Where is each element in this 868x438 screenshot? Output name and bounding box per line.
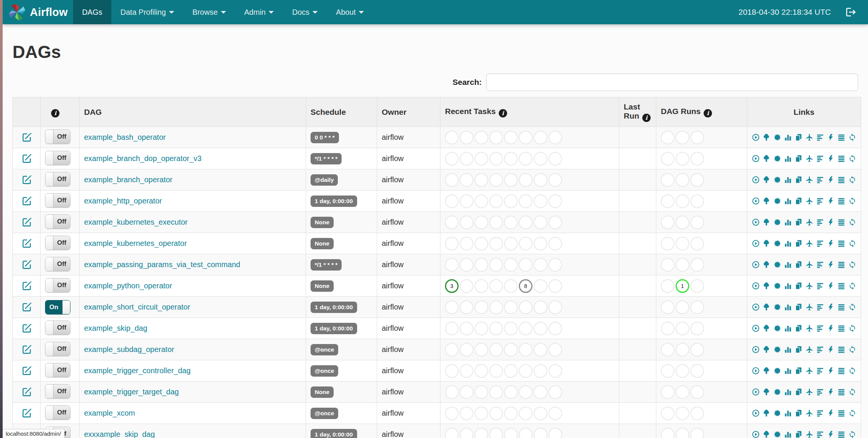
code-view-icon[interactable]: [827, 133, 835, 142]
edit-dag-icon[interactable]: [22, 281, 32, 291]
tree-view-icon[interactable]: [762, 239, 770, 248]
dag-run-state-circle[interactable]: [676, 237, 689, 250]
task-state-circle[interactable]: [475, 173, 488, 187]
trigger-dag-icon[interactable]: [752, 387, 760, 397]
landing-times-icon[interactable]: [806, 281, 813, 291]
task-state-circle[interactable]: [548, 131, 562, 144]
task-state-circle[interactable]: [460, 173, 473, 187]
task-state-circle[interactable]: [548, 279, 562, 293]
nav-item-about[interactable]: About: [327, 0, 373, 24]
tree-view-icon[interactable]: [762, 408, 770, 418]
tree-view-icon[interactable]: [762, 281, 770, 291]
nav-item-dags[interactable]: DAGs: [73, 0, 111, 24]
dag-link[interactable]: example_short_circuit_operator: [84, 303, 190, 311]
edit-dag-icon[interactable]: [22, 366, 32, 376]
task-state-circle[interactable]: [534, 279, 547, 293]
task-state-circle[interactable]: [548, 300, 562, 314]
code-view-icon[interactable]: [827, 302, 835, 312]
dag-run-state-circle[interactable]: [690, 173, 704, 187]
dag-run-state-circle[interactable]: [676, 258, 689, 272]
dag-run-state-circle[interactable]: [690, 385, 704, 399]
task-state-circle[interactable]: [534, 173, 547, 187]
dag-link[interactable]: example_kubernetes_executor: [84, 218, 188, 226]
nav-item-data-profiling[interactable]: Data Profiling: [111, 0, 183, 24]
dag-run-state-circle[interactable]: [676, 407, 689, 420]
task-tries-icon[interactable]: [795, 408, 802, 418]
landing-times-icon[interactable]: [806, 408, 813, 418]
code-view-icon[interactable]: [827, 387, 835, 397]
dag-run-state-circle[interactable]: [661, 237, 674, 250]
task-state-circle[interactable]: [489, 237, 503, 250]
dag-run-state-circle[interactable]: [676, 216, 689, 229]
task-state-circle[interactable]: [519, 300, 532, 314]
task-state-circle[interactable]: [475, 322, 488, 335]
task-state-circle[interactable]: [534, 152, 547, 166]
dag-run-state-circle[interactable]: [661, 343, 674, 357]
task-state-circle[interactable]: [534, 237, 547, 250]
edit-dag-icon[interactable]: [22, 387, 32, 397]
gantt-icon[interactable]: [816, 302, 824, 312]
task-tries-icon[interactable]: [795, 324, 802, 333]
landing-times-icon[interactable]: [806, 217, 813, 227]
task-state-circle[interactable]: [475, 343, 488, 357]
task-state-circle[interactable]: [445, 407, 459, 420]
gantt-icon[interactable]: [816, 154, 824, 163]
gantt-icon[interactable]: [816, 196, 824, 206]
task-state-circle[interactable]: [548, 364, 562, 378]
graph-view-icon[interactable]: [773, 260, 781, 269]
dag-run-state-circle[interactable]: [690, 343, 704, 357]
nav-item-browse[interactable]: Browse: [183, 0, 235, 24]
dag-link[interactable]: example_skip_dag: [84, 324, 147, 332]
code-view-icon[interactable]: [827, 345, 835, 354]
task-duration-icon[interactable]: [784, 196, 792, 206]
tree-view-icon[interactable]: [762, 387, 770, 397]
task-state-circle[interactable]: [445, 300, 459, 314]
dag-pause-toggle[interactable]: Off: [45, 214, 70, 229]
task-state-circle[interactable]: [475, 216, 488, 229]
graph-view-icon[interactable]: [773, 239, 781, 248]
dag-run-state-circle[interactable]: [661, 131, 674, 144]
tree-view-icon[interactable]: [762, 196, 770, 206]
task-state-circle[interactable]: [475, 385, 488, 399]
trigger-dag-icon[interactable]: [752, 217, 760, 227]
edit-dag-icon[interactable]: [22, 260, 32, 270]
dag-run-state-circle[interactable]: [661, 322, 674, 335]
dag-run-state-circle[interactable]: [661, 428, 674, 438]
task-state-circle[interactable]: [460, 279, 473, 293]
gantt-icon[interactable]: [816, 366, 824, 375]
task-state-circle[interactable]: [445, 173, 459, 187]
tree-view-icon[interactable]: [762, 345, 770, 354]
task-state-circle[interactable]: [445, 343, 459, 357]
refresh-icon[interactable]: [848, 154, 856, 163]
dag-run-state-circle[interactable]: [676, 131, 689, 144]
graph-view-icon[interactable]: [773, 154, 781, 163]
task-duration-icon[interactable]: [784, 133, 792, 142]
refresh-icon[interactable]: [848, 345, 856, 354]
dag-run-state-circle[interactable]: [690, 194, 704, 208]
trigger-dag-icon[interactable]: [752, 133, 760, 142]
gantt-icon[interactable]: [816, 217, 824, 227]
refresh-icon[interactable]: [848, 281, 856, 291]
task-tries-icon[interactable]: [795, 133, 802, 142]
gantt-icon[interactable]: [816, 260, 824, 269]
tree-view-icon[interactable]: [762, 175, 770, 185]
brand-link[interactable]: Airflow: [3, 0, 73, 24]
code-view-icon[interactable]: [827, 281, 835, 291]
dag-pause-toggle[interactable]: Off: [45, 405, 70, 420]
edit-dag-icon[interactable]: [22, 217, 32, 227]
dag-details-icon[interactable]: [837, 387, 845, 397]
task-state-circle[interactable]: [489, 385, 503, 399]
dag-pause-toggle[interactable]: Off: [45, 151, 70, 165]
dag-details-icon[interactable]: [837, 175, 845, 185]
dag-run-state-circle[interactable]: [661, 216, 674, 229]
task-state-circle[interactable]: [519, 131, 532, 144]
edit-dag-icon[interactable]: [22, 153, 32, 164]
task-state-circle[interactable]: [504, 322, 518, 335]
dag-run-state-circle[interactable]: [690, 131, 704, 144]
gantt-icon[interactable]: [816, 175, 824, 185]
dag-run-state-circle[interactable]: [676, 364, 689, 378]
task-duration-icon[interactable]: [784, 324, 792, 333]
task-state-circle[interactable]: [534, 300, 547, 314]
landing-times-icon[interactable]: [806, 324, 813, 333]
landing-times-icon[interactable]: [806, 430, 813, 438]
